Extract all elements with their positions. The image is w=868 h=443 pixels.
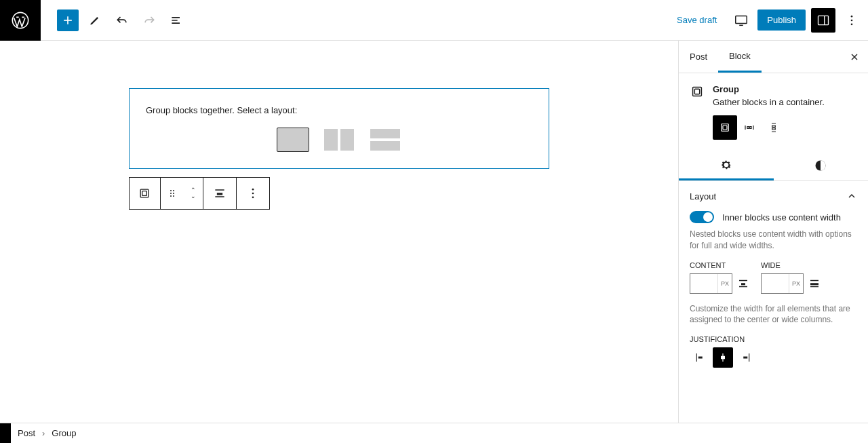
svg-point-5 xyxy=(851,23,853,25)
block-type-button[interactable] xyxy=(130,178,161,209)
svg-point-13 xyxy=(173,195,174,197)
stack-icon xyxy=(768,121,780,134)
justify-center-icon xyxy=(717,351,729,364)
svg-point-4 xyxy=(851,19,853,21)
svg-point-3 xyxy=(851,15,853,17)
justify-right-button[interactable] xyxy=(736,347,756,368)
publish-button[interactable]: Publish xyxy=(757,9,806,31)
layout-section-header[interactable]: Layout xyxy=(690,181,857,211)
breadcrumb-separator: › xyxy=(42,428,45,438)
block-name: Group xyxy=(713,84,825,94)
svg-rect-18 xyxy=(694,89,699,94)
content-width-help: Nested blocks use content width with opt… xyxy=(690,229,857,252)
svg-point-16 xyxy=(252,197,254,199)
options-button[interactable] xyxy=(841,9,863,31)
editor-canvas[interactable]: Group blocks together. Select a layout: … xyxy=(0,41,678,423)
svg-rect-2 xyxy=(818,16,829,24)
wide-width-label: WIDE xyxy=(761,261,804,269)
svg-rect-1 xyxy=(736,16,747,23)
block-options-button[interactable] xyxy=(237,178,269,209)
redo-button[interactable] xyxy=(138,9,160,31)
subtab-settings[interactable] xyxy=(679,151,774,180)
breadcrumb-post[interactable]: Post xyxy=(18,428,35,438)
list-icon xyxy=(170,14,183,27)
tab-block[interactable]: Block xyxy=(718,41,762,73)
svg-point-8 xyxy=(170,190,172,191)
move-down-button[interactable]: ⌄ xyxy=(191,193,196,199)
content-width-unit[interactable]: PX xyxy=(717,274,732,293)
plus-icon xyxy=(61,14,75,27)
svg-rect-19 xyxy=(722,124,729,132)
svg-point-10 xyxy=(170,193,172,194)
svg-rect-7 xyxy=(142,191,147,196)
group-placeholder-text: Group blocks together. Select a layout: xyxy=(146,105,532,115)
wide-width-input[interactable] xyxy=(762,278,789,288)
save-draft-button[interactable]: Save draft xyxy=(669,15,725,25)
sidebar-panel-icon xyxy=(816,14,830,27)
layout-option-row[interactable] xyxy=(323,128,355,152)
width-help-text: Customize the width for all elements tha… xyxy=(690,303,857,326)
variation-stack-button[interactable] xyxy=(762,115,786,140)
group-block-placeholder[interactable]: Group blocks together. Select a layout: xyxy=(129,88,549,169)
styles-icon xyxy=(814,159,827,172)
wide-width-unit[interactable]: PX xyxy=(789,274,803,293)
redo-icon xyxy=(142,14,156,27)
justify-left-button[interactable] xyxy=(690,347,710,368)
preview-button[interactable] xyxy=(730,9,752,31)
content-width-icon xyxy=(736,273,750,294)
subtab-styles[interactable] xyxy=(774,151,869,180)
align-button[interactable] xyxy=(203,178,237,209)
desktop-icon xyxy=(734,13,749,28)
align-icon xyxy=(213,187,226,200)
gear-icon xyxy=(719,158,733,172)
more-vertical-icon xyxy=(246,187,260,200)
content-width-toggle[interactable] xyxy=(690,211,714,223)
undo-button[interactable] xyxy=(111,9,133,31)
svg-rect-17 xyxy=(693,88,702,96)
layout-heading: Layout xyxy=(690,191,716,201)
wordpress-icon xyxy=(11,11,30,30)
close-sidebar-button[interactable] xyxy=(841,41,868,73)
svg-point-15 xyxy=(252,193,254,195)
close-icon xyxy=(849,52,860,62)
pencil-icon xyxy=(88,14,102,27)
tools-button[interactable] xyxy=(84,9,106,31)
wide-width-icon xyxy=(808,273,821,294)
settings-panel-button[interactable] xyxy=(811,8,835,33)
justify-left-icon xyxy=(694,351,706,364)
justify-right-icon xyxy=(740,351,752,364)
row-icon xyxy=(743,121,755,134)
chevron-up-icon xyxy=(846,191,857,201)
variation-group-button[interactable] xyxy=(713,115,737,140)
drag-handle-icon[interactable] xyxy=(167,188,178,199)
justify-center-button[interactable] xyxy=(713,347,733,368)
breadcrumb-group[interactable]: Group xyxy=(52,428,76,438)
block-toolbar: ⌃ ⌄ xyxy=(129,177,270,210)
svg-point-12 xyxy=(170,195,172,197)
group-icon xyxy=(138,187,151,200)
document-overview-button[interactable] xyxy=(165,9,187,31)
more-vertical-icon xyxy=(845,14,859,27)
justification-label: JUSTIFICATION xyxy=(690,335,857,343)
add-block-button[interactable] xyxy=(57,9,79,31)
svg-point-14 xyxy=(252,189,254,191)
tab-post[interactable]: Post xyxy=(679,41,718,73)
settings-sidebar: Post Block Group Gather blocks in a cont… xyxy=(678,41,868,423)
content-width-label: CONTENT xyxy=(690,261,732,269)
layout-option-group[interactable] xyxy=(277,128,309,152)
svg-point-9 xyxy=(173,190,174,191)
content-width-toggle-label: Inner blocks use content width xyxy=(722,212,841,223)
svg-rect-20 xyxy=(723,126,727,130)
group-icon xyxy=(719,121,731,134)
group-icon xyxy=(690,84,705,99)
block-description: Gather blocks in a container. xyxy=(713,97,825,107)
layout-option-stack[interactable] xyxy=(369,128,401,152)
content-width-input[interactable] xyxy=(690,278,717,288)
svg-point-11 xyxy=(173,193,174,194)
svg-rect-6 xyxy=(140,189,149,197)
undo-icon xyxy=(115,14,129,27)
top-toolbar: Save draft Publish xyxy=(0,0,868,41)
breadcrumb-footer: Post › Group xyxy=(0,423,868,443)
variation-row-button[interactable] xyxy=(737,115,762,140)
wordpress-logo[interactable] xyxy=(0,0,41,41)
